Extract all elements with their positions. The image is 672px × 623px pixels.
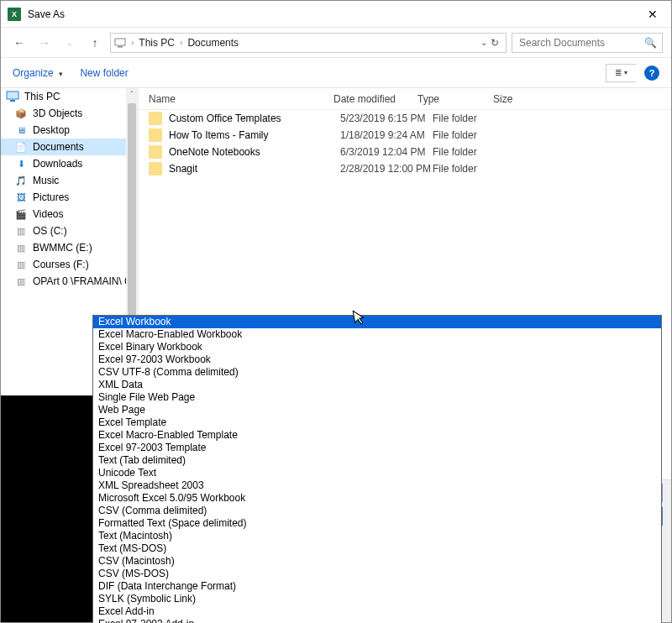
pc-icon (114, 37, 126, 49)
col-size[interactable]: Size (493, 93, 543, 105)
crop-artifact (1, 395, 92, 622)
drive-icon: ▥ (14, 224, 28, 238)
tree-item-os-c-[interactable]: ▥OS (C:) (1, 222, 138, 239)
svg-rect-1 (118, 46, 123, 48)
save-type-option[interactable]: Text (MS-DOS) (93, 542, 661, 555)
tree-this-pc[interactable]: This PC (1, 88, 138, 105)
tree-item-3d-objects[interactable]: 📦3D Objects (1, 105, 138, 122)
save-type-option[interactable]: Excel Template (93, 416, 661, 429)
crumb-this-pc[interactable]: This PC (139, 37, 175, 49)
nav-bar: ← → ⌄ ↑ › This PC › Documents ⌄ ↻ 🔍 (1, 28, 671, 58)
drive-icon: ▥ (14, 275, 28, 288)
save-type-option[interactable]: Microsoft Excel 5.0/95 Workbook (93, 492, 661, 505)
save-type-option[interactable]: Excel Macro-Enabled Workbook (93, 328, 661, 341)
down-icon: ⬇ (14, 157, 28, 170)
save-type-dropdown-list[interactable]: Excel WorkbookExcel Macro-Enabled Workbo… (92, 315, 662, 623)
view-mode-button[interactable]: ≣ ▾ (606, 64, 636, 82)
column-header-row: Name Date modified Type Size (139, 88, 671, 110)
tree-item-documents[interactable]: 📄Documents (1, 139, 138, 155)
save-type-option[interactable]: CSV (Comma delimited) (93, 505, 661, 517)
save-type-option[interactable]: SYLK (Symbolic Link) (93, 593, 661, 605)
file-row[interactable]: How To Items - Family1/18/2019 9:24 AMFi… (139, 127, 671, 144)
save-type-option[interactable]: Excel 97-2003 Template (93, 442, 661, 454)
toolbar: Organize ▾ New folder ≣ ▾ ? (1, 58, 671, 88)
save-type-option[interactable]: XML Spreadsheet 2003 (93, 479, 661, 492)
tree-item-bwmmc-e-[interactable]: ▥BWMMC (E:) (1, 239, 138, 256)
save-as-dialog: X Save As ✕ ← → ⌄ ↑ › This PC › Document… (0, 0, 672, 623)
col-name[interactable]: Name (149, 93, 333, 105)
dropdown-icon[interactable]: ⌄ (480, 38, 487, 47)
save-type-option[interactable]: Excel Binary Workbook (93, 341, 661, 353)
close-button[interactable]: ✕ (634, 1, 671, 28)
back-button[interactable]: ← (9, 33, 29, 53)
chevron-right-icon: › (131, 38, 134, 47)
new-folder-button[interactable]: New folder (80, 67, 128, 79)
help-button[interactable]: ? (644, 65, 659, 81)
save-type-option[interactable]: Web Page (93, 404, 661, 416)
save-type-option[interactable]: Unicode Text (93, 467, 661, 479)
tree-item-desktop[interactable]: 🖥Desktop (1, 122, 138, 139)
tree-item-videos[interactable]: 🎬Videos (1, 206, 138, 222)
chevron-right-icon: › (180, 38, 182, 47)
save-type-option[interactable]: CSV (Macintosh) (93, 555, 661, 568)
save-type-option[interactable]: Text (Macintosh) (93, 530, 661, 542)
svg-rect-2 (7, 92, 18, 99)
folder-icon (149, 112, 162, 125)
pics-icon: 🖼 (14, 191, 28, 204)
organize-menu[interactable]: Organize ▾ (13, 67, 63, 79)
save-type-option[interactable]: Excel Macro-Enabled Template (93, 429, 661, 442)
folder-icon (149, 162, 162, 175)
window-title: Save As (28, 8, 65, 20)
titlebar: X Save As ✕ (1, 1, 671, 28)
tree-item-courses-f-[interactable]: ▥Courses (F:) (1, 256, 138, 273)
tree-item-music[interactable]: 🎵Music (1, 172, 138, 189)
refresh-icon[interactable]: ↻ (491, 37, 499, 49)
drive-icon: ▥ (14, 241, 28, 254)
scroll-up-icon[interactable]: ˆ (126, 88, 138, 100)
save-type-option[interactable]: Formatted Text (Space delimited) (93, 517, 661, 530)
save-type-option[interactable]: Excel Workbook (93, 316, 661, 328)
file-row[interactable]: Snagit2/28/2019 12:00 PMFile folder (139, 160, 671, 177)
search-icon: 🔍 (644, 37, 657, 49)
vids-icon: 🎬 (14, 207, 28, 221)
drive-icon: ▥ (14, 258, 28, 271)
recent-dropdown[interactable]: ⌄ (60, 33, 80, 53)
save-type-option[interactable]: XML Data (93, 379, 661, 391)
address-bar[interactable]: › This PC › Documents ⌄ ↻ (110, 33, 507, 53)
folder3d-icon: 📦 (14, 107, 28, 120)
save-type-option[interactable]: CSV (MS-DOS) (93, 568, 661, 580)
save-type-option[interactable]: Excel 97-2003 Workbook (93, 353, 661, 366)
save-type-option[interactable]: Text (Tab delimited) (93, 454, 661, 467)
col-type[interactable]: Type (417, 93, 493, 105)
folder-icon (149, 128, 162, 142)
col-date[interactable]: Date modified (333, 93, 417, 105)
svg-rect-3 (10, 100, 15, 102)
save-type-option[interactable]: DIF (Data Interchange Format) (93, 580, 661, 593)
file-row[interactable]: Custom Office Templates5/23/2019 6:15 PM… (139, 110, 671, 127)
svg-rect-0 (115, 39, 125, 45)
music-icon: 🎵 (14, 174, 28, 187)
desktop-icon: 🖥 (14, 123, 28, 137)
save-type-option[interactable]: Excel Add-in (93, 605, 661, 618)
tree-item-pictures[interactable]: 🖼Pictures (1, 189, 138, 206)
up-button[interactable]: ↑ (85, 33, 105, 53)
forward-button[interactable]: → (34, 33, 55, 53)
save-type-option[interactable]: Excel 97-2003 Add-in (93, 618, 661, 623)
search-box[interactable]: 🔍 (512, 33, 663, 53)
tree-item-downloads[interactable]: ⬇Downloads (1, 155, 138, 172)
crumb-documents[interactable]: Documents (187, 37, 239, 49)
file-row[interactable]: OneNote Notebooks6/3/2019 12:04 PMFile f… (139, 144, 671, 160)
search-input[interactable] (517, 36, 641, 50)
tree-item-opart-0-framain-0[interactable]: ▥OPArt 0 \FRAMAIN\ 0 (1, 273, 138, 290)
save-type-option[interactable]: Single File Web Page (93, 391, 661, 404)
save-type-option[interactable]: CSV UTF-8 (Comma delimited) (93, 366, 661, 379)
docs-icon: 📄 (14, 140, 28, 154)
excel-icon: X (8, 8, 21, 21)
folder-icon (149, 145, 162, 159)
pc-icon (6, 90, 19, 103)
